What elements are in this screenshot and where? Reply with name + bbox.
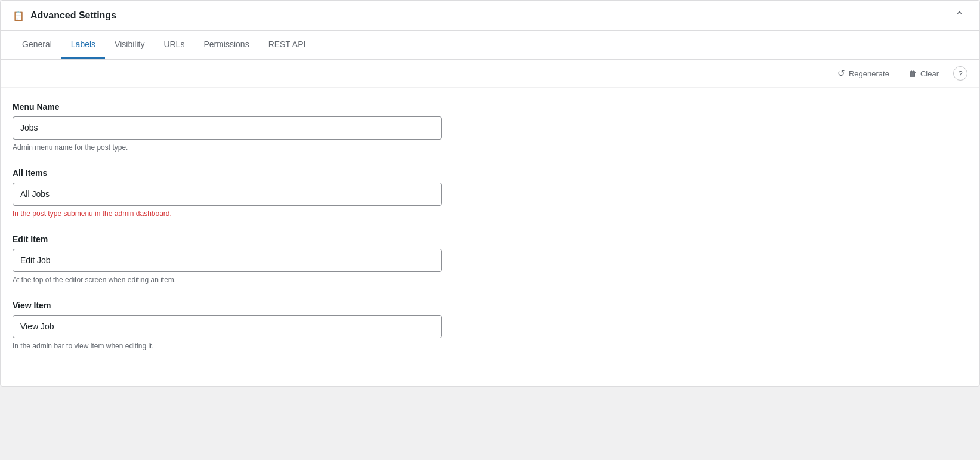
all-items-input[interactable] — [13, 183, 442, 206]
all-items-label: All Items — [13, 168, 502, 178]
regenerate-label: Regenerate — [849, 69, 889, 78]
panel-icon: 📋 — [13, 10, 24, 21]
edit-item-field-group: Edit Item At the top of the editor scree… — [13, 234, 502, 284]
help-button[interactable]: ? — [953, 66, 967, 81]
menu-name-field-group: Menu Name Admin menu name for the post t… — [13, 102, 502, 152]
tab-permissions[interactable]: Permissions — [194, 31, 258, 59]
all-items-field-group: All Items In the post type submenu in th… — [13, 168, 502, 218]
content-area: Menu Name Admin menu name for the post t… — [1, 88, 514, 386]
tabs-bar: General Labels Visibility URLs Permissio… — [1, 31, 979, 60]
edit-item-input[interactable] — [13, 249, 442, 272]
all-items-hint: In the post type submenu in the admin da… — [13, 209, 502, 218]
advanced-settings-panel: 📋 Advanced Settings ⌃ General Labels Vis… — [0, 0, 980, 387]
tab-rest-api[interactable]: REST API — [259, 31, 316, 59]
edit-item-label: Edit Item — [13, 234, 502, 244]
regenerate-icon: ↺ — [837, 68, 845, 79]
menu-name-label: Menu Name — [13, 102, 502, 112]
toolbar: ↺ Regenerate 🗑 Clear ? — [1, 60, 979, 88]
edit-item-hint: At the top of the editor screen when edi… — [13, 276, 502, 284]
panel-title: Advanced Settings — [30, 10, 116, 21]
trash-icon: 🗑 — [908, 69, 917, 78]
tab-urls[interactable]: URLs — [154, 31, 194, 59]
panel-title-area: 📋 Advanced Settings — [13, 10, 116, 21]
view-item-label: View Item — [13, 301, 502, 310]
clear-label: Clear — [920, 69, 939, 78]
panel-collapse-button[interactable]: ⌃ — [951, 8, 967, 23]
panel-header: 📋 Advanced Settings ⌃ — [1, 1, 979, 31]
clear-button[interactable]: 🗑 Clear — [904, 66, 944, 81]
view-item-field-group: View Item In the admin bar to view item … — [13, 301, 502, 350]
view-item-hint: In the admin bar to view item when editi… — [13, 342, 502, 350]
view-item-input[interactable] — [13, 315, 442, 338]
help-icon: ? — [958, 69, 962, 78]
menu-name-input[interactable] — [13, 116, 442, 140]
tab-labels[interactable]: Labels — [61, 31, 105, 59]
tab-general[interactable]: General — [13, 31, 61, 59]
regenerate-button[interactable]: ↺ Regenerate — [833, 66, 894, 81]
tab-visibility[interactable]: Visibility — [105, 31, 154, 59]
menu-name-hint: Admin menu name for the post type. — [13, 143, 502, 152]
